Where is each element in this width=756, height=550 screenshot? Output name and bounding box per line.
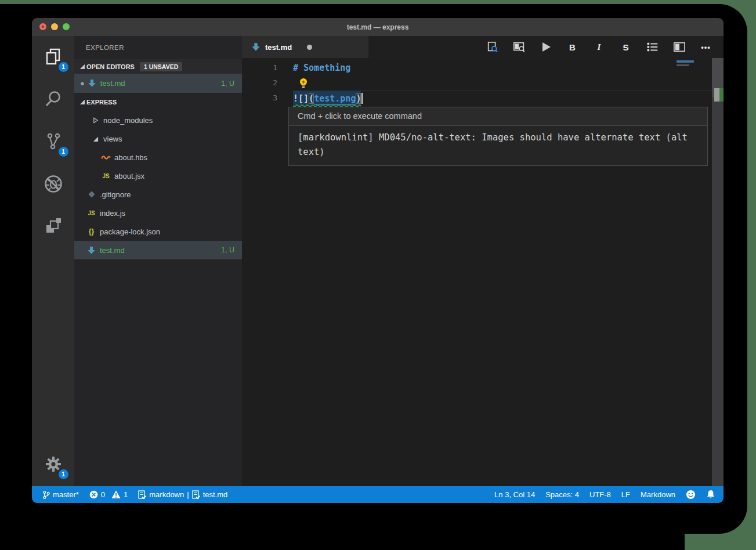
settings-badge: 1 xyxy=(59,469,68,479)
code-line-3: ![](test.png) xyxy=(293,91,724,106)
open-editors-header[interactable]: OPEN EDITORS 1 UNSAVED xyxy=(74,59,242,74)
tree-item-views[interactable]: views xyxy=(74,129,242,148)
markdown-icon xyxy=(87,78,97,88)
preview-side-icon xyxy=(513,41,526,53)
editor-toolbar: B I S xyxy=(483,36,715,58)
minimap-code-line xyxy=(677,64,689,66)
folder-root-header[interactable]: EXPRESS xyxy=(74,93,242,111)
more-actions-button[interactable]: ••• xyxy=(696,39,715,55)
preview-icon xyxy=(486,41,499,53)
sidebar-title: EXPLORER xyxy=(74,36,242,59)
open-preview-side-button[interactable] xyxy=(509,39,529,55)
git-decoration: 1, U xyxy=(221,79,234,88)
vscode-window: test.md — express 1 xyxy=(32,18,724,503)
twistie-expanded-icon xyxy=(91,136,100,142)
json-icon: {} xyxy=(86,227,96,237)
screenshot-canvas: test.md — express 1 xyxy=(0,0,756,550)
feedback-button[interactable] xyxy=(681,486,701,503)
tree-item-about-hbs[interactable]: about.hbs xyxy=(74,148,242,167)
split-editor-icon xyxy=(673,41,686,53)
hover-tooltip: Cmd + click to execute command [markdown… xyxy=(288,107,708,166)
indentation-status[interactable]: Spaces: 4 xyxy=(540,486,584,503)
tree-item-gitignore[interactable]: .gitignore xyxy=(74,185,242,204)
line-number: 3 xyxy=(242,91,293,106)
status-right: Ln 3, Col 14 Spaces: 4 UTF-8 LF Markdown xyxy=(494,486,715,503)
split-editor-button[interactable] xyxy=(670,39,689,55)
git-file-icon xyxy=(86,190,96,200)
twistie-collapsed-icon xyxy=(91,117,100,124)
tree-item-test-md[interactable]: test.md 1, U xyxy=(74,241,242,259)
linked-image-markdown[interactable]: ![](test.png) xyxy=(293,91,361,106)
close-button[interactable] xyxy=(39,23,46,30)
eol-status[interactable]: LF xyxy=(616,486,635,503)
lint-doc-icon xyxy=(192,490,200,500)
tree-item-index-js[interactable]: JS index.js xyxy=(74,204,242,222)
play-icon xyxy=(540,41,552,53)
explorer-badge: 1 xyxy=(59,62,68,72)
smiley-icon xyxy=(686,490,696,500)
line-number: 2 xyxy=(242,75,293,91)
bold-button[interactable]: B xyxy=(563,39,582,55)
list-button[interactable] xyxy=(643,39,662,55)
text-cursor xyxy=(361,93,363,104)
run-button[interactable] xyxy=(536,39,555,55)
markdown-icon xyxy=(251,42,261,52)
traffic-lights xyxy=(39,23,70,30)
language-mode-status[interactable]: Markdown xyxy=(635,486,681,503)
search-icon xyxy=(44,89,63,109)
editor-pane[interactable]: 1 2 3 # Something xyxy=(242,58,724,486)
italic-icon: I xyxy=(598,42,601,52)
editor-group: test.md xyxy=(242,36,724,486)
open-editor-item[interactable]: ● test.md 1, U xyxy=(74,74,242,93)
activity-explorer[interactable]: 1 xyxy=(39,43,67,71)
markdownlint-status[interactable]: markdown | test.md xyxy=(133,486,233,503)
bullet-list-icon xyxy=(646,41,659,53)
more-icon: ••• xyxy=(701,43,711,52)
javascript-icon: JS xyxy=(86,208,96,218)
activity-bar: 1 xyxy=(32,36,74,486)
tree-item-about-jsx[interactable]: JS about.jsx xyxy=(74,167,242,185)
encoding-status[interactable]: UTF-8 xyxy=(584,486,616,503)
hover-command-hint: Cmd + click to execute command xyxy=(289,107,707,126)
tree-item-package-lock[interactable]: {} package-lock.json xyxy=(74,222,242,241)
overview-cursor-marker xyxy=(714,88,719,102)
problems-status[interactable]: 0 1 xyxy=(84,486,133,503)
window-shadow-bottom xyxy=(0,499,685,550)
line-number-gutter: 1 2 3 xyxy=(242,58,293,486)
window-title: test.md — express xyxy=(347,23,409,31)
activity-debug[interactable] xyxy=(39,170,67,198)
activity-source-control[interactable]: 1 xyxy=(39,128,67,155)
handlebars-icon xyxy=(101,153,111,162)
git-branch-status[interactable]: master* xyxy=(42,486,84,503)
overview-warning-marker xyxy=(719,88,724,102)
strikethrough-button[interactable]: S xyxy=(616,39,635,55)
debug-disabled-icon xyxy=(43,173,64,194)
strikethrough-icon: S xyxy=(623,42,628,52)
zoom-button[interactable] xyxy=(63,23,70,30)
tree-item-node-modules[interactable]: node_modules xyxy=(74,111,242,129)
file-link[interactable]: test.png xyxy=(314,93,356,104)
minimize-button[interactable] xyxy=(51,23,58,30)
twistie-expanded-icon xyxy=(77,99,86,105)
git-decoration: 1, U xyxy=(221,246,234,254)
cursor-position-status[interactable]: Ln 3, Col 14 xyxy=(494,486,540,503)
line-number: 1 xyxy=(242,60,293,75)
activity-settings[interactable]: 1 xyxy=(39,450,67,478)
activity-extensions[interactable] xyxy=(39,212,67,240)
bold-icon: B xyxy=(569,42,576,52)
branch-icon xyxy=(42,490,50,500)
activity-search[interactable] xyxy=(39,85,67,113)
open-preview-button[interactable] xyxy=(483,39,502,55)
italic-button[interactable]: I xyxy=(589,39,609,55)
warning-icon xyxy=(111,490,121,499)
bell-icon xyxy=(706,490,715,500)
hover-diagnostic-message: [markdownlint] MD045/no-alt-text: Images… xyxy=(289,126,707,165)
explorer-sidebar: EXPLORER OPEN EDITORS 1 UNSAVED ● test.m… xyxy=(74,36,242,486)
modified-dot-icon: ● xyxy=(80,79,85,88)
unsaved-badge: 1 UNSAVED xyxy=(140,62,182,71)
title-bar: test.md — express xyxy=(32,18,724,36)
scm-badge: 1 xyxy=(59,147,68,157)
vertical-scrollbar[interactable] xyxy=(712,58,724,486)
notifications-button[interactable] xyxy=(701,486,715,503)
error-icon xyxy=(89,490,98,499)
